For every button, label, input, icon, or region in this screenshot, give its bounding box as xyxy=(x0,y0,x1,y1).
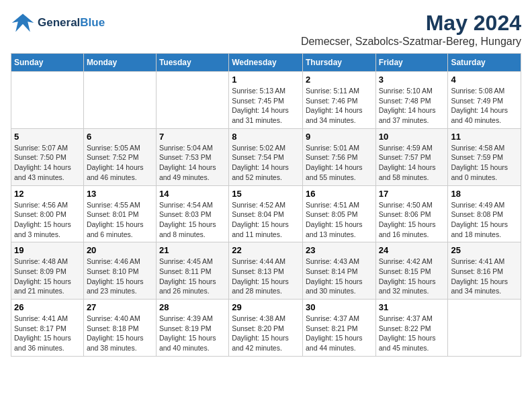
calendar-day-cell: 21Sunrise: 4:45 AM Sunset: 8:11 PM Dayli… xyxy=(156,242,228,300)
day-number: 8 xyxy=(232,132,300,142)
day-info: Sunrise: 4:46 AM Sunset: 8:10 PM Dayligh… xyxy=(87,257,153,296)
day-info: Sunrise: 5:02 AM Sunset: 7:54 PM Dayligh… xyxy=(232,143,300,183)
calendar-day-cell: 28Sunrise: 4:39 AM Sunset: 8:19 PM Dayli… xyxy=(156,300,228,357)
calendar-day-cell: 10Sunrise: 4:59 AM Sunset: 7:57 PM Dayli… xyxy=(375,128,448,185)
day-info: Sunrise: 5:08 AM Sunset: 7:49 PM Dayligh… xyxy=(451,86,518,126)
day-number: 25 xyxy=(451,245,518,255)
day-info: Sunrise: 4:52 AM Sunset: 8:04 PM Dayligh… xyxy=(232,200,300,240)
day-info: Sunrise: 4:41 AM Sunset: 8:17 PM Dayligh… xyxy=(14,314,81,353)
day-number: 3 xyxy=(379,75,445,85)
calendar-day-cell: 20Sunrise: 4:46 AM Sunset: 8:10 PM Dayli… xyxy=(83,242,156,300)
calendar-day-cell: 11Sunrise: 4:58 AM Sunset: 7:59 PM Dayli… xyxy=(448,128,521,185)
weekday-header-row: SundayMondayTuesdayWednesdayThursdayFrid… xyxy=(11,54,521,72)
calendar-day-cell: 4Sunrise: 5:08 AM Sunset: 7:49 PM Daylig… xyxy=(448,72,521,129)
calendar-day-cell: 19Sunrise: 4:48 AM Sunset: 8:09 PM Dayli… xyxy=(11,242,84,300)
day-info: Sunrise: 4:45 AM Sunset: 8:11 PM Dayligh… xyxy=(159,257,226,296)
day-info: Sunrise: 5:01 AM Sunset: 7:56 PM Dayligh… xyxy=(306,143,373,183)
day-number: 28 xyxy=(159,302,226,312)
calendar-day-cell: 24Sunrise: 4:42 AM Sunset: 8:15 PM Dayli… xyxy=(375,242,448,300)
day-info: Sunrise: 4:44 AM Sunset: 8:13 PM Dayligh… xyxy=(232,257,300,296)
calendar-day-cell: 15Sunrise: 4:52 AM Sunset: 8:04 PM Dayli… xyxy=(229,185,303,242)
day-info: Sunrise: 5:13 AM Sunset: 7:45 PM Dayligh… xyxy=(232,86,300,126)
location-title: Demecser, Szabolcs-Szatmar-Bereg, Hungar… xyxy=(301,36,521,48)
day-number: 10 xyxy=(379,132,445,142)
day-number: 11 xyxy=(451,132,518,142)
day-number: 4 xyxy=(451,75,518,85)
day-number: 2 xyxy=(306,75,373,85)
calendar-day-cell: 27Sunrise: 4:40 AM Sunset: 8:18 PM Dayli… xyxy=(83,300,156,357)
calendar-day-cell: 6Sunrise: 5:05 AM Sunset: 7:52 PM Daylig… xyxy=(83,128,156,185)
day-number: 23 xyxy=(306,245,373,255)
day-info: Sunrise: 4:55 AM Sunset: 8:01 PM Dayligh… xyxy=(87,200,153,240)
title-area: May 2024 Demecser, Szabolcs-Szatmar-Bere… xyxy=(301,11,521,48)
calendar-day-cell: 22Sunrise: 4:44 AM Sunset: 8:13 PM Dayli… xyxy=(229,242,303,300)
day-number: 12 xyxy=(14,189,81,199)
weekday-header-cell: Thursday xyxy=(302,54,375,72)
day-info: Sunrise: 4:58 AM Sunset: 7:59 PM Dayligh… xyxy=(451,143,518,183)
weekday-header-cell: Sunday xyxy=(11,54,84,72)
logo-bird-icon xyxy=(11,11,35,35)
day-info: Sunrise: 5:05 AM Sunset: 7:52 PM Dayligh… xyxy=(87,143,153,183)
day-info: Sunrise: 4:40 AM Sunset: 8:18 PM Dayligh… xyxy=(87,314,153,353)
logo-general-text: GeneralBlue xyxy=(38,17,105,30)
calendar-day-cell: 13Sunrise: 4:55 AM Sunset: 8:01 PM Dayli… xyxy=(83,185,156,242)
weekday-header-cell: Tuesday xyxy=(156,54,228,72)
day-number: 29 xyxy=(232,302,300,312)
calendar-day-cell: 16Sunrise: 4:51 AM Sunset: 8:05 PM Dayli… xyxy=(302,185,375,242)
day-number: 9 xyxy=(306,132,373,142)
calendar-table: SundayMondayTuesdayWednesdayThursdayFrid… xyxy=(11,53,521,357)
day-number: 21 xyxy=(159,245,226,255)
calendar-week-row: 1Sunrise: 5:13 AM Sunset: 7:45 PM Daylig… xyxy=(11,72,521,129)
day-number: 27 xyxy=(87,302,153,312)
calendar-day-cell xyxy=(156,72,228,129)
weekday-header-cell: Monday xyxy=(83,54,156,72)
day-number: 26 xyxy=(14,302,81,312)
day-info: Sunrise: 4:38 AM Sunset: 8:20 PM Dayligh… xyxy=(232,314,300,353)
calendar-day-cell xyxy=(448,300,521,357)
calendar-day-cell: 14Sunrise: 4:54 AM Sunset: 8:03 PM Dayli… xyxy=(156,185,228,242)
day-info: Sunrise: 4:51 AM Sunset: 8:05 PM Dayligh… xyxy=(306,200,373,240)
weekday-header-cell: Wednesday xyxy=(229,54,303,72)
day-number: 5 xyxy=(14,132,81,142)
day-info: Sunrise: 4:59 AM Sunset: 7:57 PM Dayligh… xyxy=(379,143,445,183)
calendar-week-row: 5Sunrise: 5:07 AM Sunset: 7:50 PM Daylig… xyxy=(11,128,521,185)
day-number: 16 xyxy=(306,189,373,199)
day-number: 24 xyxy=(379,245,445,255)
day-info: Sunrise: 4:50 AM Sunset: 8:06 PM Dayligh… xyxy=(379,200,445,240)
weekday-header-cell: Saturday xyxy=(448,54,521,72)
day-info: Sunrise: 4:56 AM Sunset: 8:00 PM Dayligh… xyxy=(14,200,81,240)
day-info: Sunrise: 5:10 AM Sunset: 7:48 PM Dayligh… xyxy=(379,86,445,126)
day-info: Sunrise: 4:42 AM Sunset: 8:15 PM Dayligh… xyxy=(379,257,445,296)
svg-marker-0 xyxy=(12,14,34,32)
day-info: Sunrise: 4:54 AM Sunset: 8:03 PM Dayligh… xyxy=(159,200,226,240)
day-info: Sunrise: 5:07 AM Sunset: 7:50 PM Dayligh… xyxy=(14,143,81,183)
day-number: 18 xyxy=(451,189,518,199)
day-number: 31 xyxy=(379,302,445,312)
day-info: Sunrise: 4:43 AM Sunset: 8:14 PM Dayligh… xyxy=(306,257,373,296)
calendar-day-cell: 7Sunrise: 5:04 AM Sunset: 7:53 PM Daylig… xyxy=(156,128,228,185)
day-info: Sunrise: 4:41 AM Sunset: 8:16 PM Dayligh… xyxy=(451,257,518,296)
day-number: 22 xyxy=(232,245,300,255)
calendar-day-cell: 18Sunrise: 4:49 AM Sunset: 8:08 PM Dayli… xyxy=(448,185,521,242)
day-number: 15 xyxy=(232,189,300,199)
calendar-day-cell: 12Sunrise: 4:56 AM Sunset: 8:00 PM Dayli… xyxy=(11,185,84,242)
calendar-day-cell: 8Sunrise: 5:02 AM Sunset: 7:54 PM Daylig… xyxy=(229,128,303,185)
calendar-day-cell xyxy=(11,72,84,129)
calendar-body: 1Sunrise: 5:13 AM Sunset: 7:45 PM Daylig… xyxy=(11,72,521,357)
calendar-week-row: 19Sunrise: 4:48 AM Sunset: 8:09 PM Dayli… xyxy=(11,242,521,300)
day-info: Sunrise: 4:37 AM Sunset: 8:22 PM Dayligh… xyxy=(379,314,445,353)
day-number: 30 xyxy=(306,302,373,312)
day-number: 7 xyxy=(159,132,226,142)
calendar-day-cell: 23Sunrise: 4:43 AM Sunset: 8:14 PM Dayli… xyxy=(302,242,375,300)
calendar-day-cell: 30Sunrise: 4:37 AM Sunset: 8:21 PM Dayli… xyxy=(302,300,375,357)
calendar-day-cell: 31Sunrise: 4:37 AM Sunset: 8:22 PM Dayli… xyxy=(375,300,448,357)
day-info: Sunrise: 4:48 AM Sunset: 8:09 PM Dayligh… xyxy=(14,257,81,296)
day-info: Sunrise: 4:39 AM Sunset: 8:19 PM Dayligh… xyxy=(159,314,226,353)
day-info: Sunrise: 4:49 AM Sunset: 8:08 PM Dayligh… xyxy=(451,200,518,240)
month-title: May 2024 xyxy=(301,11,521,36)
calendar-day-cell xyxy=(83,72,156,129)
day-number: 1 xyxy=(232,75,300,85)
calendar-day-cell: 1Sunrise: 5:13 AM Sunset: 7:45 PM Daylig… xyxy=(229,72,303,129)
weekday-header-cell: Friday xyxy=(375,54,448,72)
day-info: Sunrise: 5:11 AM Sunset: 7:46 PM Dayligh… xyxy=(306,86,373,126)
